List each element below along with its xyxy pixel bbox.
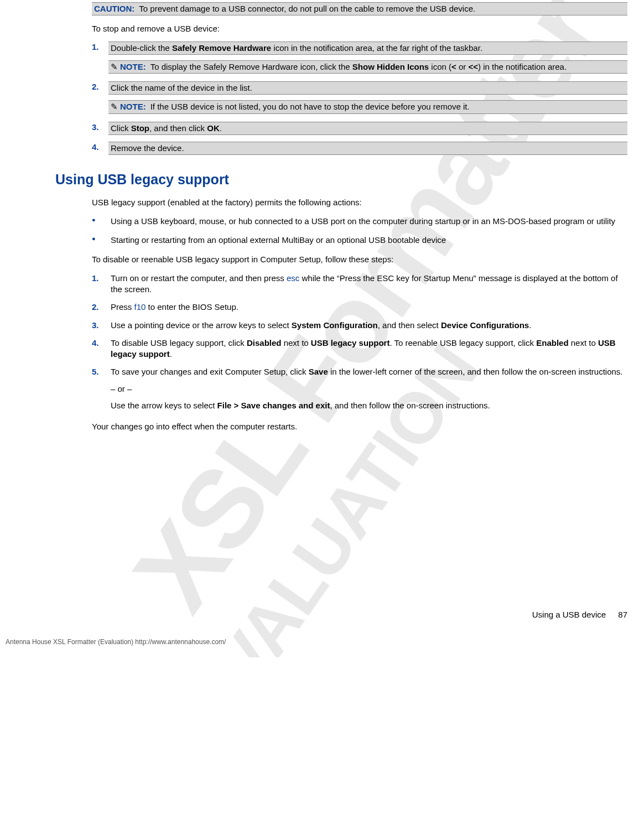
note-label: NOTE: <box>120 102 146 111</box>
caution-label: CAUTION: <box>94 4 134 13</box>
remove-steps-list: Double-click the Safely Remove Hardware … <box>92 42 627 155</box>
note-icon: ✎ <box>111 61 118 72</box>
setup-step-3: Use a pointing device or the arrow keys … <box>92 320 627 331</box>
disable-intro: To disable or reenable USB legacy suppor… <box>92 254 627 265</box>
closing-text: Your changes go into effect when the com… <box>92 421 627 432</box>
step-4: Remove the device. <box>92 142 627 155</box>
setup-steps-list: Turn on or restart the computer, and the… <box>92 273 627 411</box>
setup-step-2: Press f10 to enter the BIOS Setup. <box>92 302 627 313</box>
bullet-1: Using a USB keyboard, mouse, or hub conn… <box>92 216 627 227</box>
step-3: Click Stop, and then click OK. <box>92 122 627 135</box>
or-separator: – or – <box>111 383 627 395</box>
legacy-bullets: Using a USB keyboard, mouse, or hub conn… <box>92 216 627 246</box>
stop-intro: To stop and remove a USB device: <box>92 23 627 34</box>
setup-step-4: To disable USB legacy support, click Dis… <box>92 338 627 360</box>
note-icon: ✎ <box>111 101 118 112</box>
caution-text: To prevent damage to a USB connector, do… <box>139 4 475 13</box>
page-content: CAUTION:To prevent damage to a USB conne… <box>0 2 644 432</box>
setup-step-1: Turn on or restart the computer, and the… <box>92 273 627 295</box>
note-label: NOTE: <box>120 62 146 71</box>
step-2: Click the name of the device in the list… <box>92 81 627 114</box>
setup-step-5: To save your changes and exit Computer S… <box>92 366 627 411</box>
step-1: Double-click the Safely Remove Hardware … <box>92 42 627 74</box>
footer-section-title: Using a USB device <box>532 610 606 619</box>
footer-generator: Antenna House XSL Formatter (Evaluation)… <box>6 637 644 646</box>
bullet-2: Starting or restarting from an optional … <box>92 235 627 246</box>
footer-right: Using a USB device 87 <box>0 609 627 620</box>
caution-box: CAUTION:To prevent damage to a USB conne… <box>92 2 627 15</box>
page-number: 87 <box>618 610 627 619</box>
section-heading: Using USB legacy support <box>55 170 627 189</box>
legacy-intro: USB legacy support (enabled at the facto… <box>92 197 627 208</box>
